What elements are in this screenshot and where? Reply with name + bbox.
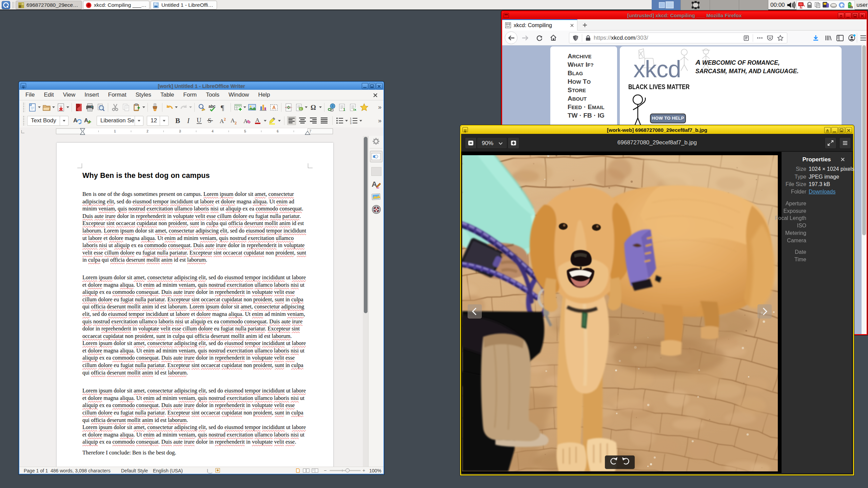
svg-text:fx: fx	[300, 108, 302, 110]
svg-text:xkcd: xkcd	[633, 56, 681, 82]
svg-text:¶: ¶	[221, 103, 224, 112]
svg-text:ix: ix	[353, 107, 357, 111]
svg-text:A: A	[73, 117, 77, 124]
svg-text:1: 1	[343, 107, 345, 111]
svg-text:B: B	[175, 117, 180, 125]
svg-text:U: U	[197, 117, 201, 124]
svg-text:2: 2	[224, 117, 226, 122]
svg-text:3: 3	[350, 122, 352, 125]
svg-text:A: A	[84, 117, 88, 124]
svg-text:A: A	[272, 105, 276, 110]
svg-text:00: 00	[850, 6, 852, 8]
svg-text:A: A	[255, 117, 260, 123]
svg-text:2: 2	[235, 121, 237, 125]
svg-text:Ω: Ω	[311, 104, 316, 111]
svg-text:A: A	[372, 180, 377, 188]
svg-text:I: I	[187, 117, 190, 125]
